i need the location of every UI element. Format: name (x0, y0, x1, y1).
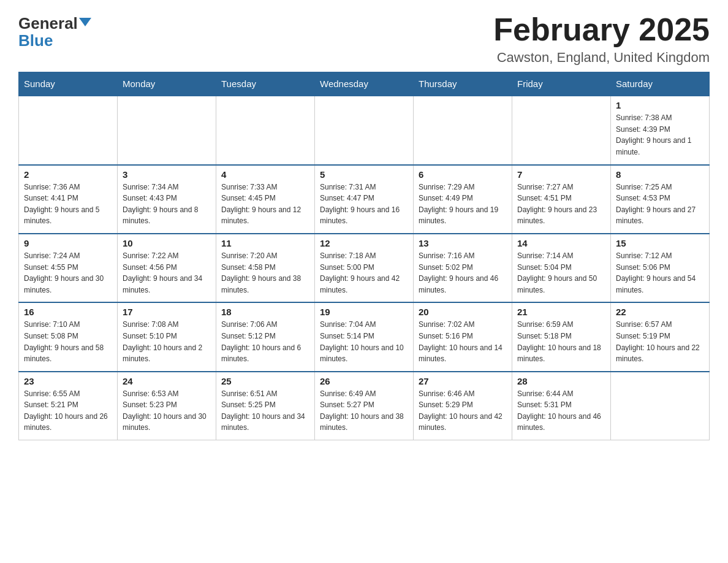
day-info: Sunrise: 7:24 AMSunset: 4:55 PMDaylight:… (24, 250, 112, 296)
col-header-sunday: Sunday (19, 72, 118, 96)
day-info: Sunrise: 6:53 AMSunset: 5:23 PMDaylight:… (123, 388, 211, 434)
calendar-cell: 11Sunrise: 7:20 AMSunset: 4:58 PMDayligh… (216, 234, 315, 302)
calendar-cell: 13Sunrise: 7:16 AMSunset: 5:02 PMDayligh… (414, 234, 512, 302)
day-info: Sunrise: 7:29 AMSunset: 4:49 PMDaylight:… (419, 182, 507, 227)
day-number: 6 (419, 169, 507, 180)
calendar-cell: 16Sunrise: 7:10 AMSunset: 5:08 PMDayligh… (19, 302, 118, 371)
day-number: 18 (221, 307, 309, 317)
calendar-cell: 2Sunrise: 7:36 AMSunset: 4:41 PMDaylight… (19, 165, 118, 234)
day-number: 15 (616, 238, 704, 248)
calendar-cell: 23Sunrise: 6:55 AMSunset: 5:21 PMDayligh… (19, 372, 118, 440)
day-number: 2 (24, 169, 112, 180)
day-number: 13 (419, 238, 507, 248)
calendar-cell: 24Sunrise: 6:53 AMSunset: 5:23 PMDayligh… (118, 372, 216, 440)
calendar-cell (118, 96, 216, 164)
calendar-cell: 26Sunrise: 6:49 AMSunset: 5:27 PMDayligh… (315, 372, 414, 440)
day-number: 16 (24, 307, 112, 317)
calendar-cell (315, 96, 414, 164)
logo-blue-text: Blue (18, 31, 53, 50)
day-info: Sunrise: 7:08 AMSunset: 5:10 PMDaylight:… (123, 319, 211, 364)
col-header-friday: Friday (512, 72, 611, 96)
calendar-cell: 27Sunrise: 6:46 AMSunset: 5:29 PMDayligh… (414, 372, 512, 440)
day-number: 27 (419, 376, 507, 386)
calendar-subtitle: Cawston, England, United Kingdom (493, 50, 710, 66)
day-number: 12 (320, 238, 408, 248)
day-number: 19 (320, 307, 408, 317)
calendar-cell: 1Sunrise: 7:38 AMSunset: 4:39 PMDaylight… (611, 96, 710, 164)
day-info: Sunrise: 7:14 AMSunset: 5:04 PMDaylight:… (517, 250, 605, 296)
calendar-cell: 7Sunrise: 7:27 AMSunset: 4:51 PMDaylight… (512, 165, 611, 234)
calendar-cell: 28Sunrise: 6:44 AMSunset: 5:31 PMDayligh… (512, 372, 611, 440)
calendar-cell: 3Sunrise: 7:34 AMSunset: 4:43 PMDaylight… (118, 165, 216, 234)
day-number: 24 (123, 376, 211, 386)
day-number: 1 (616, 100, 704, 110)
day-number: 25 (221, 376, 309, 386)
logo: General Blue (18, 12, 91, 50)
day-info: Sunrise: 7:06 AMSunset: 5:12 PMDaylight:… (221, 319, 309, 364)
calendar-cell: 22Sunrise: 6:57 AMSunset: 5:19 PMDayligh… (611, 302, 710, 371)
calendar-week-row: 23Sunrise: 6:55 AMSunset: 5:21 PMDayligh… (19, 372, 710, 440)
day-number: 14 (517, 238, 605, 248)
day-info: Sunrise: 7:10 AMSunset: 5:08 PMDaylight:… (24, 319, 112, 364)
calendar-cell: 21Sunrise: 6:59 AMSunset: 5:18 PMDayligh… (512, 302, 611, 371)
day-info: Sunrise: 7:18 AMSunset: 5:00 PMDaylight:… (320, 250, 408, 296)
day-info: Sunrise: 7:16 AMSunset: 5:02 PMDaylight:… (419, 250, 507, 296)
calendar-cell: 9Sunrise: 7:24 AMSunset: 4:55 PMDaylight… (19, 234, 118, 302)
day-info: Sunrise: 7:36 AMSunset: 4:41 PMDaylight:… (24, 182, 112, 227)
day-info: Sunrise: 6:59 AMSunset: 5:18 PMDaylight:… (517, 319, 605, 364)
calendar-cell: 14Sunrise: 7:14 AMSunset: 5:04 PMDayligh… (512, 234, 611, 302)
calendar-cell: 10Sunrise: 7:22 AMSunset: 4:56 PMDayligh… (118, 234, 216, 302)
calendar-cell: 20Sunrise: 7:02 AMSunset: 5:16 PMDayligh… (414, 302, 512, 371)
day-number: 9 (24, 238, 112, 248)
col-header-wednesday: Wednesday (315, 72, 414, 96)
day-info: Sunrise: 6:57 AMSunset: 5:19 PMDaylight:… (616, 319, 704, 364)
day-info: Sunrise: 7:31 AMSunset: 4:47 PMDaylight:… (320, 182, 408, 227)
calendar-week-row: 16Sunrise: 7:10 AMSunset: 5:08 PMDayligh… (19, 302, 710, 371)
day-number: 10 (123, 238, 211, 248)
calendar-title: February 2025 (493, 12, 710, 47)
logo-arrow-icon (79, 18, 91, 26)
day-number: 26 (320, 376, 408, 386)
day-number: 23 (24, 376, 112, 386)
day-number: 20 (419, 307, 507, 317)
col-header-monday: Monday (118, 72, 216, 96)
day-info: Sunrise: 7:22 AMSunset: 4:56 PMDaylight:… (123, 250, 211, 296)
day-number: 7 (517, 169, 605, 180)
day-number: 21 (517, 307, 605, 317)
day-info: Sunrise: 6:51 AMSunset: 5:25 PMDaylight:… (221, 388, 309, 434)
calendar-cell: 15Sunrise: 7:12 AMSunset: 5:06 PMDayligh… (611, 234, 710, 302)
day-number: 17 (123, 307, 211, 317)
logo-general-text: General (18, 15, 78, 31)
calendar-cell: 19Sunrise: 7:04 AMSunset: 5:14 PMDayligh… (315, 302, 414, 371)
calendar-cell: 25Sunrise: 6:51 AMSunset: 5:25 PMDayligh… (216, 372, 315, 440)
day-info: Sunrise: 7:34 AMSunset: 4:43 PMDaylight:… (123, 182, 211, 227)
calendar-cell: 5Sunrise: 7:31 AMSunset: 4:47 PMDaylight… (315, 165, 414, 234)
calendar-cell (19, 96, 118, 164)
calendar-week-row: 1Sunrise: 7:38 AMSunset: 4:39 PMDaylight… (19, 96, 710, 164)
calendar-cell: 4Sunrise: 7:33 AMSunset: 4:45 PMDaylight… (216, 165, 315, 234)
day-info: Sunrise: 7:27 AMSunset: 4:51 PMDaylight:… (517, 182, 605, 227)
calendar-cell: 6Sunrise: 7:29 AMSunset: 4:49 PMDaylight… (414, 165, 512, 234)
day-number: 3 (123, 169, 211, 180)
day-info: Sunrise: 7:12 AMSunset: 5:06 PMDaylight:… (616, 250, 704, 296)
day-number: 22 (616, 307, 704, 317)
col-header-thursday: Thursday (414, 72, 512, 96)
day-info: Sunrise: 6:55 AMSunset: 5:21 PMDaylight:… (24, 388, 112, 434)
calendar-cell: 12Sunrise: 7:18 AMSunset: 5:00 PMDayligh… (315, 234, 414, 302)
calendar-cell (414, 96, 512, 164)
col-header-saturday: Saturday (611, 72, 710, 96)
day-number: 5 (320, 169, 408, 180)
calendar-week-row: 2Sunrise: 7:36 AMSunset: 4:41 PMDaylight… (19, 165, 710, 234)
day-info: Sunrise: 7:20 AMSunset: 4:58 PMDaylight:… (221, 250, 309, 296)
calendar-cell (216, 96, 315, 164)
day-number: 11 (221, 238, 309, 248)
day-info: Sunrise: 6:44 AMSunset: 5:31 PMDaylight:… (517, 388, 605, 434)
title-section: February 2025 Cawston, England, United K… (493, 12, 710, 66)
day-info: Sunrise: 7:33 AMSunset: 4:45 PMDaylight:… (221, 182, 309, 227)
calendar-table: SundayMondayTuesdayWednesdayThursdayFrid… (18, 72, 710, 440)
col-header-tuesday: Tuesday (216, 72, 315, 96)
day-info: Sunrise: 6:46 AMSunset: 5:29 PMDaylight:… (419, 388, 507, 434)
day-number: 8 (616, 169, 704, 180)
calendar-cell: 18Sunrise: 7:06 AMSunset: 5:12 PMDayligh… (216, 302, 315, 371)
calendar-week-row: 9Sunrise: 7:24 AMSunset: 4:55 PMDaylight… (19, 234, 710, 302)
